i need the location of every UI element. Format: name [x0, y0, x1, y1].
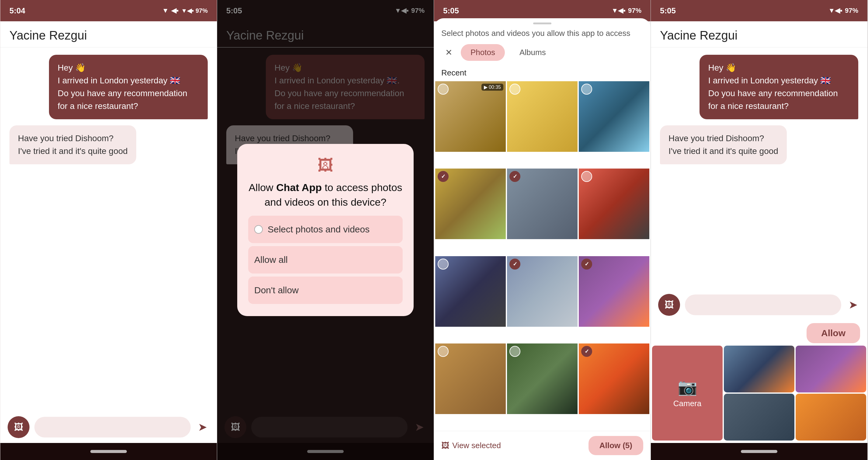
- strip-photo-3[interactable]: [724, 394, 795, 440]
- permission-dialog: 🖼 Allow Chat App to access photos and vi…: [237, 144, 414, 316]
- received-bubble-4: Have you tried Dishoom?I've tried it and…: [660, 125, 787, 164]
- dont-allow-option[interactable]: Don't allow: [248, 277, 403, 304]
- allow-all-label: Allow all: [254, 255, 288, 265]
- photo-cell-7[interactable]: [435, 256, 506, 327]
- wifi-icon: ▼: [162, 7, 169, 14]
- status-icons-4: ▼◀▪ 97%: [828, 7, 858, 14]
- status-bar-4: 5:05 ▼◀▪ 97%: [651, 0, 867, 21]
- picker-close-btn[interactable]: ✕: [441, 45, 456, 60]
- picker-handle: [533, 23, 551, 24]
- photo-cell-11[interactable]: [507, 343, 578, 414]
- status-bar-1: 5:04 ▼ ◀▪ ▼◀▪ 97%: [0, 0, 217, 21]
- input-bar-4: 🖼 ➤: [651, 289, 867, 321]
- image-btn-1[interactable]: 🖼: [8, 416, 30, 438]
- check-12: [581, 346, 592, 357]
- chat-area-1: Hey 👋I arrived in London yesterday 🇬🇧Do …: [0, 48, 217, 411]
- sent-bubble-4: Hey 👋I arrived in London yesterday 🇬🇧Do …: [700, 55, 858, 119]
- send-btn-1[interactable]: ➤: [195, 418, 210, 436]
- allow-all-option[interactable]: Allow all: [248, 246, 403, 274]
- phone-screen-1: 5:04 ▼ ◀▪ ▼◀▪ 97% Yacine Rezgui Hey 👋I a…: [0, 0, 217, 460]
- allow-label-4: Allow: [821, 328, 845, 338]
- camera-cell-4[interactable]: 📷 Camera: [652, 346, 723, 440]
- nav-bar-1: [0, 443, 217, 460]
- strip-photo-1[interactable]: [724, 346, 795, 393]
- check-10: [438, 346, 448, 357]
- time-3: 5:05: [443, 6, 459, 16]
- radio-select: [254, 225, 263, 234]
- check-7: [438, 258, 448, 270]
- status-icons-3: ▼◀▪ 97%: [611, 7, 642, 14]
- signal-icon: ◀▪: [171, 7, 179, 14]
- recent-label: Recent: [434, 66, 651, 80]
- check-4: [438, 171, 448, 182]
- allow-count-btn[interactable]: Allow (5): [589, 436, 643, 455]
- dont-allow-label: Don't allow: [254, 285, 299, 296]
- image-icon-1: 🖼: [14, 422, 23, 432]
- allow-row: Allow: [651, 321, 867, 346]
- view-selected-label: View selected: [452, 441, 501, 450]
- permission-dialog-overlay: 🖼 Allow Chat App to access photos and vi…: [217, 0, 434, 460]
- picker-header-text: Select photos and videos you allow this …: [434, 29, 651, 42]
- check-11: [509, 346, 520, 357]
- phone-screen-4: 5:05 ▼◀▪ 97% Yacine Rezgui Hey 👋I arrive…: [651, 0, 868, 460]
- send-btn-4[interactable]: ➤: [846, 296, 860, 314]
- check-1: [438, 84, 448, 95]
- allow-count-label: Allow (5): [599, 441, 632, 450]
- received-bubble-1: Have you tried Dishoom?I've tried it and…: [9, 125, 136, 164]
- image-btn-4[interactable]: 🖼: [658, 294, 680, 316]
- check-2: [509, 84, 520, 95]
- photo-cell-10[interactable]: [435, 343, 506, 414]
- photo-cell-5[interactable]: [507, 168, 578, 239]
- chat-header-4: Yacine Rezgui: [651, 21, 867, 48]
- time-4: 5:05: [660, 6, 676, 16]
- input-bar-1: 🖼 ➤: [0, 411, 217, 443]
- check-3: [581, 84, 592, 95]
- photo-cell-2[interactable]: [507, 81, 578, 152]
- dialog-options: Select photos and videos Allow all Don't…: [248, 216, 403, 304]
- select-photos-option[interactable]: Select photos and videos: [248, 216, 403, 243]
- photo-cell-1[interactable]: ▶ 00:35: [435, 81, 506, 152]
- photo-cell-6[interactable]: [579, 168, 649, 239]
- tab-photos[interactable]: Photos: [461, 44, 505, 61]
- battery-1: ▼◀▪ 97%: [181, 7, 208, 14]
- chat-area-4: Hey 👋I arrived in London yesterday 🇬🇧Do …: [651, 48, 867, 289]
- photo-cell-4[interactable]: [435, 168, 506, 239]
- strip-photo-2[interactable]: [796, 346, 866, 393]
- video-badge-1: ▶ 00:35: [482, 84, 503, 91]
- dialog-title: Allow Chat App to access photos and vide…: [248, 180, 403, 209]
- nav-pill-4: [741, 450, 777, 453]
- nav-pill-1: [90, 450, 127, 453]
- message-input-4[interactable]: [685, 295, 841, 315]
- phone-screen-2: 5:05 ▼◀▪ 97% Yacine Rezgui Hey 👋I arrive…: [217, 0, 434, 460]
- select-photos-label: Select photos and videos: [268, 224, 370, 235]
- strip-photo-4[interactable]: [796, 394, 866, 440]
- phone-screen-3: 5:05 ▼◀▪ 97% Select photos and videos yo…: [434, 0, 651, 460]
- sent-bubble-1: Hey 👋I arrived in London yesterday 🇬🇧Do …: [49, 55, 208, 119]
- image-icon-4: 🖼: [664, 300, 674, 310]
- photo-cell-3[interactable]: [579, 81, 649, 152]
- nav-bar-4: [651, 443, 867, 460]
- photo-cell-12[interactable]: [579, 343, 649, 414]
- picker-footer: 🖼 View selected Allow (5): [434, 431, 651, 460]
- status-icons-1: ▼ ◀▪ ▼◀▪ 97%: [162, 7, 208, 14]
- photo-cell-8[interactable]: [507, 256, 578, 327]
- photo-grid: ▶ 00:35: [434, 80, 651, 431]
- allow-btn-4[interactable]: Allow: [807, 323, 860, 343]
- message-input-1[interactable]: [34, 417, 191, 437]
- check-6: [581, 171, 592, 182]
- view-selected-btn[interactable]: 🖼 View selected: [441, 441, 501, 450]
- photo-cell-9[interactable]: [579, 256, 649, 327]
- dialog-icon: 🖼: [317, 156, 333, 174]
- check-8: [509, 258, 520, 270]
- picker-tabs: ✕ Photos Albums: [434, 42, 651, 66]
- time-1: 5:04: [9, 6, 25, 16]
- view-selected-icon: 🖼: [441, 441, 449, 450]
- camera-label-4: Camera: [673, 399, 701, 408]
- tab-albums[interactable]: Albums: [510, 44, 556, 61]
- photo-strip-4: 📷 Camera: [651, 346, 867, 443]
- check-5: [509, 171, 520, 182]
- photo-picker-sheet: Select photos and videos you allow this …: [434, 18, 651, 460]
- chat-header-1: Yacine Rezgui: [0, 21, 217, 48]
- check-9: [581, 258, 592, 270]
- camera-icon-4: 📷: [678, 378, 698, 396]
